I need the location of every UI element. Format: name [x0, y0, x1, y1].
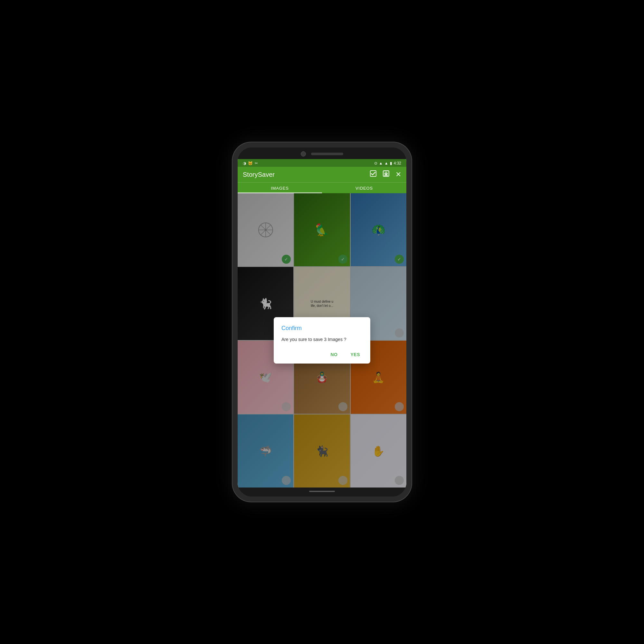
- wifi-icon: ⊙: [374, 161, 377, 166]
- notification-icon-2: 🐱: [248, 161, 253, 166]
- status-right: ⊙ ▲ ▲ ▮ 4:32: [374, 161, 401, 166]
- notification-icon-1: ◑: [243, 161, 246, 166]
- clock: 4:32: [394, 161, 401, 166]
- close-button[interactable]: ✕: [395, 170, 401, 179]
- tab-videos[interactable]: VIDEOS: [322, 183, 406, 193]
- tab-images[interactable]: IMAGES: [238, 183, 322, 193]
- dialog-buttons: NO YES: [281, 351, 363, 358]
- app-bar: StorySaver: [238, 167, 406, 182]
- signal-bars: ▲: [379, 161, 383, 166]
- notification-icon-3: ✂: [255, 161, 258, 166]
- speaker-grille: [311, 153, 343, 155]
- select-all-button[interactable]: [370, 170, 377, 179]
- dialog-no-button[interactable]: NO: [328, 351, 340, 358]
- signal-bars-2: ▲: [384, 161, 388, 166]
- app-title: StorySaver: [243, 171, 275, 178]
- dialog-overlay: Confirm Are you sure to save 3 Images ? …: [238, 193, 406, 488]
- status-left-icons: ◑ 🐱 ✂: [243, 161, 258, 166]
- home-indicator: [309, 491, 335, 492]
- dialog-yes-button[interactable]: YES: [348, 351, 363, 358]
- phone-top-bar: [238, 147, 406, 159]
- status-bar: ◑ 🐱 ✂ ⊙ ▲ ▲ ▮ 4:32: [238, 159, 406, 167]
- home-bar: [238, 488, 406, 497]
- phone-device: ◑ 🐱 ✂ ⊙ ▲ ▲ ▮ 4:32 StorySaver: [232, 142, 412, 502]
- confirm-dialog: Confirm Are you sure to save 3 Images ? …: [274, 317, 370, 364]
- dialog-title: Confirm: [281, 325, 363, 332]
- screen-content: ◑ 🐱 ✂ ⊙ ▲ ▲ ▮ 4:32 StorySaver: [238, 159, 406, 488]
- dialog-message: Are you sure to save 3 Images ?: [281, 336, 363, 343]
- tabs-bar: IMAGES VIDEOS: [238, 182, 406, 193]
- image-grid: ✓ 🦜 ✓ 🦚 ✓ 🐈‍⬛: [238, 193, 406, 488]
- app-bar-icons: ✕: [370, 170, 401, 179]
- front-camera: [301, 151, 306, 156]
- phone-screen: ◑ 🐱 ✂ ⊙ ▲ ▲ ▮ 4:32 StorySaver: [238, 147, 406, 497]
- download-button[interactable]: [383, 170, 390, 179]
- battery-icon: ▮: [390, 161, 392, 166]
